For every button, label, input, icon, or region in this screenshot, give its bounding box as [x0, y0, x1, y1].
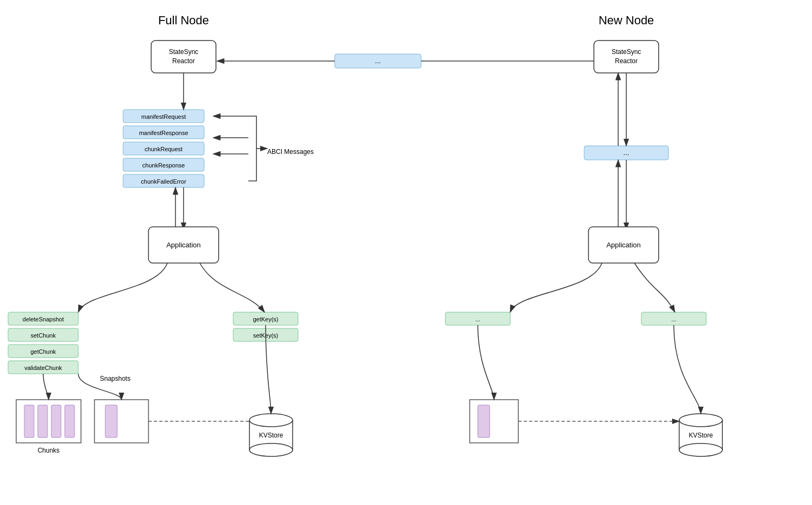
new-statesync-label: StateSync: [612, 48, 641, 56]
svg-text:setChunk: setChunk: [31, 332, 56, 339]
new-app-to-green-left-arrow: [510, 263, 602, 312]
app-to-snapshot-arrow: [78, 263, 167, 312]
full-node-title: Full Node: [158, 14, 209, 27]
new-app-to-green-right-arrow: [634, 263, 675, 312]
svg-text:getKey(s): getKey(s): [253, 316, 278, 322]
svg-text:Reactor: Reactor: [615, 57, 638, 65]
svg-text:Reactor: Reactor: [172, 57, 195, 65]
svg-text:deleteSnapshot: deleteSnapshot: [23, 316, 64, 322]
snapshot-bar-3: [51, 405, 61, 437]
svg-text:...: ...: [475, 316, 480, 322]
full-statesync-box: [151, 41, 216, 73]
svg-text:chunkFailedError: chunkFailedError: [141, 178, 186, 185]
svg-text:manifestResponse: manifestResponse: [139, 130, 188, 136]
new-snapshot-bar: [478, 405, 490, 437]
svg-text:manifestRequest: manifestRequest: [141, 113, 186, 120]
new-application-label: Application: [606, 241, 641, 249]
kvstore-full-top: [249, 414, 293, 427]
full-statesync-label: StateSync: [169, 48, 199, 56]
kvstore-new-top: [679, 414, 722, 427]
green-to-snapshot-arrow: [43, 374, 49, 400]
svg-text:getChunk: getChunk: [30, 348, 56, 355]
svg-text:...: ...: [671, 316, 676, 322]
new-snapshot-box: [470, 400, 518, 443]
full-application-label: Application: [166, 241, 201, 249]
abci-bracket: [248, 116, 256, 181]
kvstore-new-label: KVStore: [689, 432, 713, 439]
snapshot-bar-1: [24, 405, 34, 437]
svg-text:...: ...: [375, 57, 381, 65]
kvstore-new-bottom: [679, 443, 722, 456]
abci-messages-label: ABCI Messages: [267, 148, 314, 156]
svg-text:validateChunk: validateChunk: [24, 365, 62, 371]
svg-text:chunkRequest: chunkRequest: [145, 146, 182, 152]
kvstore-full-label: KVStore: [259, 432, 283, 439]
snapshots-label: Snapshots: [100, 375, 131, 382]
svg-text:chunkResponse: chunkResponse: [143, 162, 185, 169]
new-statesync-box: [594, 41, 659, 73]
new-node-title: New Node: [599, 14, 654, 27]
snapshot-bar-4: [65, 405, 75, 437]
kvstore-full-bottom: [249, 443, 293, 456]
full-small-snapshot-box: [94, 400, 148, 443]
chunks-label: Chunks: [38, 447, 60, 454]
new-green-to-kvstore-arrow: [674, 325, 701, 414]
new-green-to-snapshot-arrow: [478, 325, 494, 400]
small-snapshot-bar: [105, 405, 117, 437]
snapshot-bar-2: [38, 405, 48, 437]
svg-text:...: ...: [624, 149, 630, 157]
app-to-kvstore-arrow: [200, 263, 265, 312]
